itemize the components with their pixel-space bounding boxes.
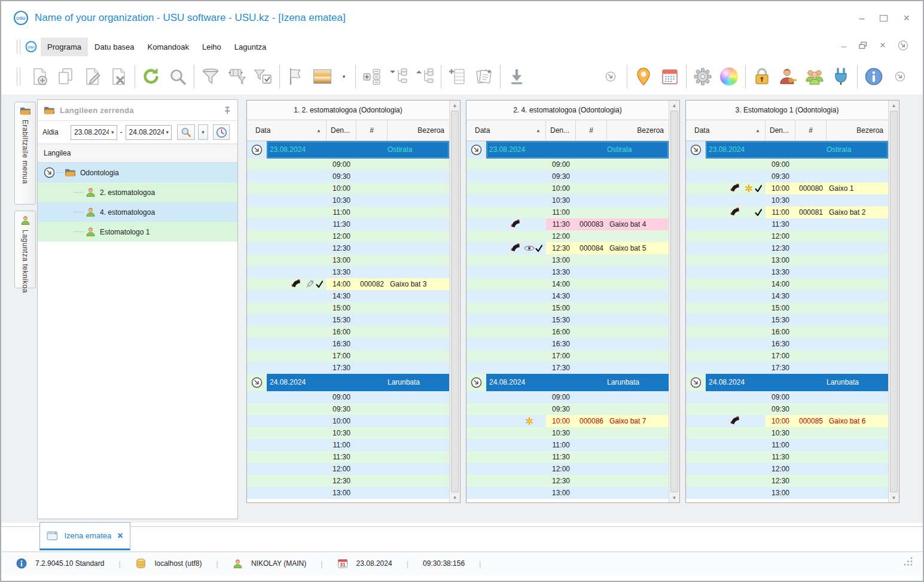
sidebar-tab-erabiltzaile-menua[interactable]: Erabiltzaile menua: [14, 102, 36, 205]
menu-leiho[interactable]: Leiho: [196, 38, 228, 56]
expand-tree-button[interactable]: [411, 63, 438, 90]
appointment-row[interactable]: 11:30000083Gaixo bat 4: [466, 218, 669, 230]
appointment-row[interactable]: 12:30000084Gaixo bat 5: [466, 242, 669, 254]
time-slot-row[interactable]: 15:30: [686, 314, 888, 326]
plugins-button[interactable]: [828, 63, 854, 90]
flag-button[interactable]: [283, 63, 309, 90]
edit-record-button[interactable]: [79, 63, 105, 90]
location-button[interactable]: [630, 63, 657, 90]
scroll-up-button[interactable]: ▲: [889, 100, 899, 110]
overflow-button[interactable]: [597, 63, 624, 90]
scroll-down-button[interactable]: ▼: [889, 493, 899, 502]
search-dropdown-button[interactable]: ▾: [198, 124, 208, 140]
time-slot-row[interactable]: 09:00: [686, 159, 888, 170]
time-slot-row[interactable]: 13:00: [466, 254, 669, 266]
time-slot-row[interactable]: 17:00: [247, 350, 449, 362]
time-slot-row[interactable]: 14:00: [686, 278, 888, 290]
tab-izena-ematea[interactable]: Izena ematea ×: [39, 522, 130, 550]
time-slot-row[interactable]: 11:00: [466, 206, 669, 218]
time-slot-row[interactable]: 12:30: [247, 242, 449, 254]
appointment-row[interactable]: 10:00000085Gaixo bat 6: [686, 415, 888, 427]
time-slot-row[interactable]: 12:00: [247, 463, 449, 475]
scroll-up-button[interactable]: ▲: [450, 100, 460, 110]
menu-datu-basea[interactable]: Datu basea: [88, 38, 141, 56]
column-header-time[interactable]: Den...: [546, 120, 576, 141]
time-slot-row[interactable]: 09:30: [686, 170, 888, 182]
maximize-button[interactable]: [880, 15, 888, 22]
tab-close-icon[interactable]: ×: [117, 531, 123, 541]
collapse-day-button[interactable]: [686, 141, 706, 159]
column-header-data[interactable]: Data▲: [686, 120, 766, 141]
time-slot-row[interactable]: 11:30: [686, 218, 888, 230]
day-group-bar[interactable]: 23.08.2024Ostirala: [267, 141, 449, 159]
calendar-button[interactable]: [657, 63, 683, 90]
search-button[interactable]: [164, 63, 191, 90]
column-header-number[interactable]: #: [356, 120, 388, 141]
column-header-time[interactable]: Den...: [327, 120, 356, 141]
filter-columns-button[interactable]: [224, 63, 250, 90]
pin-icon[interactable]: [223, 106, 231, 115]
collapse-day-button[interactable]: [686, 374, 706, 391]
time-slot-row[interactable]: 12:30: [686, 475, 888, 487]
time-slot-row[interactable]: 11:30: [247, 218, 449, 230]
search-button[interactable]: [177, 124, 195, 140]
time-slot-row[interactable]: 12:00: [466, 463, 669, 475]
time-slot-row[interactable]: 12:00: [466, 230, 669, 242]
time-slot-row[interactable]: 11:00: [466, 439, 669, 451]
time-slot-row[interactable]: 10:30: [247, 194, 449, 206]
collapse-day-button[interactable]: [247, 141, 267, 159]
time-slot-row[interactable]: 10:00: [247, 415, 449, 427]
time-slot-row[interactable]: 16:00: [466, 326, 669, 338]
time-slot-row[interactable]: 16:30: [686, 338, 888, 350]
time-slot-row[interactable]: 12:00: [247, 230, 449, 242]
copy-record-button[interactable]: [53, 63, 79, 90]
expand-levels-button[interactable]: [359, 63, 385, 90]
time-slot-row[interactable]: 09:00: [466, 159, 669, 170]
time-slot-row[interactable]: 11:30: [686, 451, 888, 463]
time-slot-row[interactable]: 09:30: [466, 403, 669, 415]
time-slot-row[interactable]: 10:30: [466, 194, 669, 206]
time-slot-row[interactable]: 15:30: [247, 314, 449, 326]
time-slot-row[interactable]: 13:30: [247, 266, 449, 278]
delete-record-button[interactable]: [105, 63, 132, 90]
appointment-row[interactable]: 14:00000082Gaixo bat 3: [247, 278, 449, 290]
collapse-day-button[interactable]: [466, 141, 486, 159]
filter-check-button[interactable]: [250, 63, 276, 90]
time-slot-row[interactable]: 13:00: [686, 487, 888, 499]
menu-programa[interactable]: Programa: [41, 38, 88, 56]
time-slot-row[interactable]: 17:00: [466, 350, 669, 362]
time-slot-row[interactable]: 09:00: [466, 391, 669, 403]
scroll-thumb[interactable]: [451, 111, 459, 492]
column-header-data[interactable]: Data▲: [247, 120, 327, 141]
time-slot-row[interactable]: 16:30: [247, 338, 449, 350]
filter-button[interactable]: [197, 63, 224, 90]
appointment-row[interactable]: 11:00000081Gaixo bat 2: [686, 206, 888, 218]
sidebar-tab-laguntza-teknikoa[interactable]: Laguntza teknikoa: [14, 211, 36, 288]
time-slot-row[interactable]: 13:00: [247, 487, 449, 499]
time-slot-row[interactable]: 17:30: [686, 362, 888, 374]
tree-item-odontologia[interactable]: Odontologia: [38, 163, 237, 182]
mdi-minimize-button[interactable]: –: [841, 41, 846, 51]
add-row-button[interactable]: [444, 63, 471, 90]
time-slot-row[interactable]: 13:00: [247, 254, 449, 266]
time-slot-row[interactable]: 16:30: [466, 338, 669, 350]
time-slot-row[interactable]: 11:30: [247, 451, 449, 463]
scroll-thumb[interactable]: [670, 111, 678, 492]
settings-button[interactable]: [690, 63, 716, 90]
time-slot-row[interactable]: 13:00: [466, 487, 669, 499]
menu-komandoak[interactable]: Komandoak: [141, 38, 196, 56]
day-group-bar[interactable]: 24.08.2024Larunbata: [486, 374, 669, 391]
time-slot-row[interactable]: 15:30: [466, 314, 669, 326]
menu-laguntza[interactable]: Laguntza: [228, 38, 273, 56]
time-slot-row[interactable]: 12:00: [686, 230, 888, 242]
time-slot-row[interactable]: 14:30: [686, 290, 888, 302]
time-slot-row[interactable]: 10:00: [247, 182, 449, 194]
time-slot-row[interactable]: 17:30: [466, 362, 669, 374]
time-slot-row[interactable]: 09:30: [686, 403, 888, 415]
new-record-button[interactable]: [26, 63, 53, 90]
column-header-time[interactable]: Den...: [766, 120, 795, 141]
mdi-restore-button[interactable]: [858, 41, 868, 50]
time-slot-row[interactable]: 12:00: [686, 463, 888, 475]
time-slot-row[interactable]: 09:00: [247, 159, 449, 170]
time-slot-row[interactable]: 13:30: [466, 266, 669, 278]
